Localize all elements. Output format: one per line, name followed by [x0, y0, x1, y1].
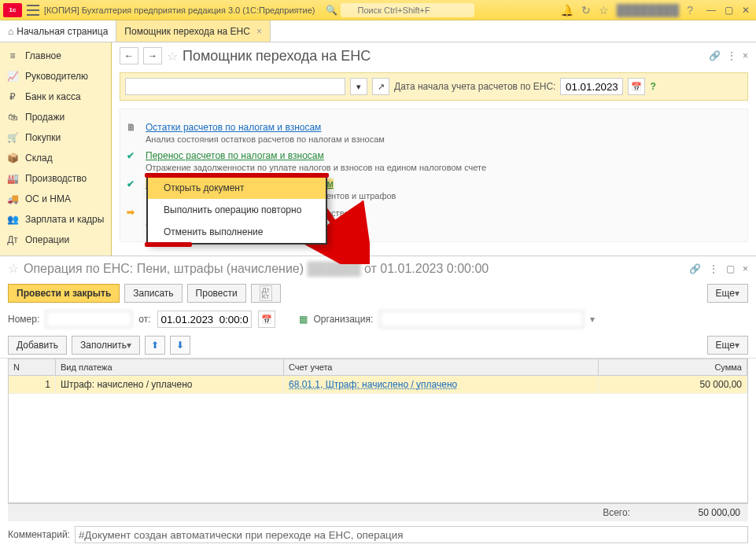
- star-icon[interactable]: ☆: [599, 4, 609, 17]
- sidebar-icon: 📦: [6, 153, 19, 164]
- more-button-2[interactable]: Еще: [707, 336, 748, 355]
- org-filter-input[interactable]: [125, 78, 345, 95]
- org-dropdown-button[interactable]: ▾: [350, 78, 367, 95]
- move-up-button[interactable]: ⬆: [145, 336, 165, 355]
- sidebar-item[interactable]: 📈Руководителю: [0, 66, 111, 86]
- sidebar-label: Склад: [25, 153, 53, 164]
- titlebar: 1c [КОПИЯ] Бухгалтерия предприятия редак…: [0, 0, 756, 20]
- tab-ens-helper[interactable]: Помощник перехода на ЕНС ×: [116, 20, 271, 42]
- sidebar-item[interactable]: 🚚ОС и НМА: [0, 189, 111, 209]
- filter-bar: ▾ ↗ Дата начала учета расчетов по ЕНС: 📅…: [120, 72, 748, 101]
- number-label: Номер:: [8, 314, 39, 325]
- fill-button[interactable]: Заполнить: [72, 336, 140, 355]
- context-menu: Открыть документ Выполнить операцию повт…: [146, 175, 327, 245]
- date-start-input[interactable]: [560, 78, 623, 95]
- more-button-1[interactable]: Еще: [707, 284, 748, 303]
- move-down-button[interactable]: ⬇: [170, 336, 190, 355]
- cell-n: 1: [9, 376, 56, 393]
- document-panel: ☆ Операция по ЕНС: Пени, штрафы (начисле…: [0, 256, 756, 548]
- sidebar-item[interactable]: ₽Банк и касса: [0, 86, 111, 107]
- step1-link[interactable]: Остатки расчетов по налогам и взносам: [146, 122, 321, 133]
- doc-close-icon[interactable]: ×: [743, 263, 748, 274]
- save-button[interactable]: Записать: [124, 284, 182, 303]
- ctx-redo-operation[interactable]: Выполнить операцию повторно: [148, 199, 326, 221]
- bell-icon[interactable]: 🔔: [560, 4, 573, 17]
- page-title: Помощник перехода на ЕНС: [183, 48, 371, 64]
- nav-fwd-button[interactable]: →: [143, 47, 162, 64]
- window-minimize[interactable]: —: [704, 3, 718, 17]
- col-type-header[interactable]: Вид платежа: [56, 359, 284, 375]
- sidebar-label: Зарплата и кадры: [25, 214, 104, 225]
- favorite-star-icon[interactable]: ☆: [167, 49, 178, 64]
- col-acc-header[interactable]: Счет учета: [284, 359, 599, 375]
- ctx-open-document[interactable]: Открыть документ: [148, 177, 326, 199]
- doc-favorite-icon[interactable]: ☆: [8, 261, 19, 276]
- global-search-input[interactable]: [341, 3, 474, 17]
- from-label: от:: [138, 314, 150, 325]
- comment-input[interactable]: [75, 526, 748, 543]
- window-close[interactable]: ✕: [739, 3, 753, 17]
- doc-link-icon[interactable]: 🔗: [689, 263, 701, 274]
- org-open-button[interactable]: ↗: [372, 78, 389, 95]
- window-maximize[interactable]: ▢: [721, 3, 736, 17]
- search-icon: 🔍: [326, 5, 337, 16]
- sidebar-icon: ₽: [6, 91, 19, 102]
- lines-grid: N Вид платежа Счет учета Сумма 1 Штраф: …: [8, 359, 748, 503]
- sidebar-label: Банк и касса: [25, 91, 81, 102]
- org-label: Организация:: [314, 314, 374, 325]
- sidebar-item[interactable]: 🏭Производство: [0, 168, 111, 189]
- tabs-bar: Начальная страница Помощник перехода на …: [0, 20, 756, 42]
- date-input[interactable]: [157, 311, 252, 328]
- check-icon: ✔: [127, 150, 139, 172]
- calendar-button[interactable]: 📅: [628, 78, 645, 95]
- date-calendar-button[interactable]: 📅: [258, 311, 275, 328]
- tab-ens-label: Помощник перехода на ЕНС: [124, 26, 250, 37]
- sidebar-icon: 🛒: [6, 132, 19, 143]
- help-icon[interactable]: ?: [687, 4, 693, 17]
- nav-back-button[interactable]: ←: [120, 47, 138, 64]
- dtkt-button[interactable]: ДтКт: [251, 284, 281, 303]
- grid-row[interactable]: 1 Штраф: начислено / уплачено 68.01.1, Ш…: [9, 376, 747, 394]
- cell-account-link[interactable]: 68.01.1, Штраф: начислено / уплачено: [284, 376, 599, 393]
- sidebar-icon: 👥: [6, 214, 19, 225]
- close-panel-icon[interactable]: ×: [743, 50, 748, 61]
- kebab-icon[interactable]: ⋮: [727, 50, 736, 61]
- number-input[interactable]: [46, 311, 132, 328]
- tab-close-icon[interactable]: ×: [256, 26, 262, 37]
- tab-home-label: Начальная страница: [17, 26, 108, 37]
- post-button[interactable]: Провести: [187, 284, 246, 303]
- sidebar-item[interactable]: 🛒Покупки: [0, 127, 111, 148]
- main-menu-icon[interactable]: [27, 5, 39, 16]
- org-dropdown-icon[interactable]: ▾: [590, 314, 595, 325]
- ctx-cancel-operation[interactable]: Отменить выполнение: [148, 221, 326, 243]
- sidebar-label: Покупки: [25, 132, 61, 143]
- step2-desc: Отражение задолженности по уплате налого…: [146, 163, 716, 172]
- sidebar-icon: ≡: [6, 50, 19, 61]
- history-icon[interactable]: ↻: [581, 4, 591, 17]
- org-icon: ▦: [299, 314, 308, 325]
- tab-home[interactable]: Начальная страница: [0, 20, 116, 42]
- col-sum-header[interactable]: Сумма: [599, 359, 747, 375]
- app-title: [КОПИЯ] Бухгалтерия предприятия редакция…: [44, 6, 315, 15]
- link-icon[interactable]: 🔗: [709, 50, 721, 61]
- sidebar-item[interactable]: 👥Зарплата и кадры: [0, 209, 111, 230]
- doc-kebab-icon[interactable]: ⋮: [709, 263, 718, 274]
- sidebar-item[interactable]: 🛍Продажи: [0, 107, 111, 127]
- arrow-right-icon: ➡: [127, 207, 139, 229]
- sidebar-label: Производство: [25, 173, 87, 184]
- sidebar-label: ОС и НМА: [25, 193, 71, 204]
- cell-sum: 50 000,00: [599, 376, 747, 393]
- doc-title: Операция по ЕНС: Пени, штрафы (начислени…: [24, 262, 489, 276]
- sidebar-icon: 📈: [6, 71, 19, 82]
- sidebar-item[interactable]: ≡Главное: [0, 46, 111, 66]
- post-and-close-button[interactable]: Провести и закрыть: [8, 284, 120, 303]
- highlight-border-top: [145, 173, 329, 178]
- add-row-button[interactable]: Добавить: [8, 336, 67, 355]
- col-n-header[interactable]: N: [9, 359, 56, 375]
- sidebar-item[interactable]: 📦Склад: [0, 148, 111, 168]
- step2-link[interactable]: Перенос расчетов по налогам и взносам: [146, 150, 324, 161]
- help-question-icon[interactable]: ?: [650, 81, 655, 92]
- org-input[interactable]: [379, 311, 584, 328]
- doc-maximize-icon[interactable]: ▢: [726, 263, 735, 274]
- sidebar-item[interactable]: ДтОперации: [0, 230, 111, 250]
